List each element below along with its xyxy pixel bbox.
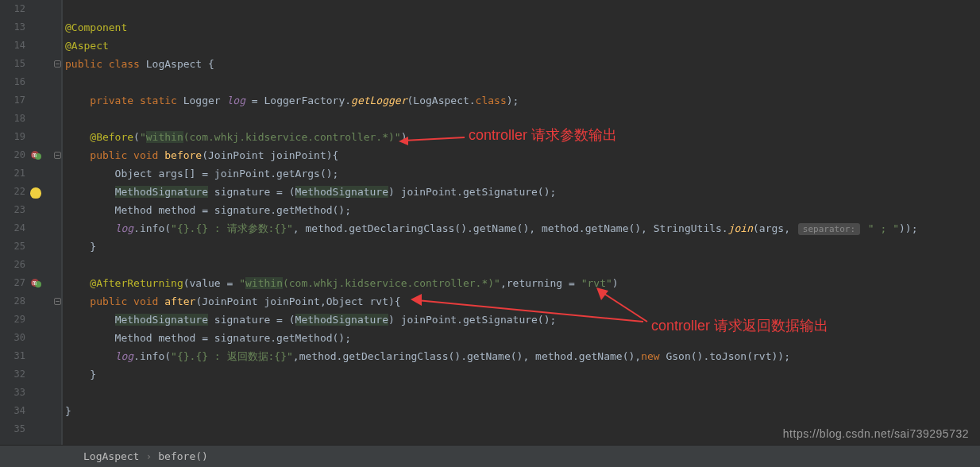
line-number: 31 <box>0 347 25 365</box>
line-number: 29 <box>0 311 25 329</box>
code-content[interactable]: @Component @Aspect public class LogAspec… <box>62 0 980 445</box>
breadcrumb-method[interactable]: before() <box>158 450 208 462</box>
line-number: 35 <box>0 420 25 438</box>
svg-text:m: m <box>33 152 37 159</box>
line-number: 27 <box>0 274 25 292</box>
maven-gutter-icon[interactable]: m <box>30 274 62 292</box>
line-number: 34 <box>0 402 25 420</box>
parameter-hint: separator: <box>798 223 860 235</box>
line-number: 28 <box>0 292 25 311</box>
svg-text:m: m <box>33 280 37 287</box>
line-number: 33 <box>0 384 25 402</box>
line-number: 13 <box>0 18 25 37</box>
line-number: 17 <box>0 91 25 110</box>
chevron-right-icon: › <box>145 450 152 462</box>
line-number: 18 <box>0 110 25 128</box>
line-number: 25 <box>0 237 25 256</box>
line-number: 20 <box>0 146 25 164</box>
breadcrumb[interactable]: LogAspect › before() <box>0 445 980 467</box>
line-number: 30 <box>0 329 25 347</box>
code-editor[interactable]: 1213141516171819202122232425262728293031… <box>0 0 980 445</box>
watermark-url: https://blog.csdn.net/sai739295732 <box>783 427 969 440</box>
fold-handle[interactable] <box>54 152 61 159</box>
breadcrumb-class[interactable]: LogAspect <box>83 450 139 462</box>
intention-bulb-icon[interactable] <box>30 183 62 201</box>
editor-gutter: 1213141516171819202122232425262728293031… <box>0 0 62 445</box>
fold-handle[interactable] <box>54 60 61 68</box>
line-number: 15 <box>0 55 25 73</box>
line-numbers: 1213141516171819202122232425262728293031… <box>0 0 30 438</box>
line-number: 24 <box>0 219 25 237</box>
annotation-component: @Component <box>65 21 127 33</box>
line-number: 16 <box>0 73 25 91</box>
fold-handle[interactable] <box>54 298 61 305</box>
line-number: 22 <box>0 183 25 201</box>
line-number: 32 <box>0 365 25 384</box>
line-number: 12 <box>0 0 25 18</box>
annotation-aspect: @Aspect <box>65 40 109 52</box>
line-number: 21 <box>0 164 25 183</box>
line-number: 19 <box>0 128 25 146</box>
line-number: 26 <box>0 256 25 274</box>
line-number: 14 <box>0 37 25 55</box>
line-number: 23 <box>0 201 25 219</box>
